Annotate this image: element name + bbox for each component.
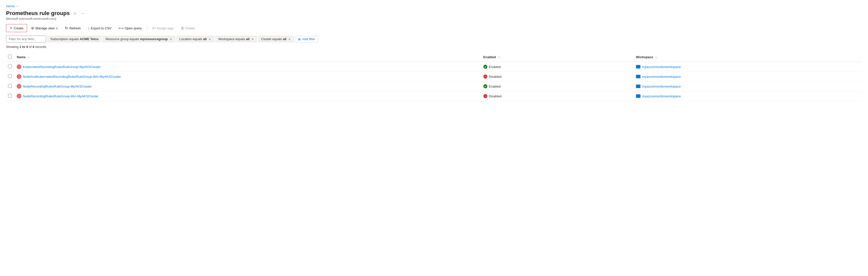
status-label-3: Enabled bbox=[489, 85, 501, 88]
workspace-filter-label: Workspace equals all bbox=[218, 37, 250, 41]
gear-icon: ⚙ bbox=[31, 26, 34, 30]
row-checkbox-4[interactable] bbox=[8, 94, 12, 98]
pin-icon: ☆ bbox=[73, 11, 77, 16]
breadcrumb: Home › bbox=[6, 4, 862, 8]
row-checkbox-cell[interactable] bbox=[6, 72, 14, 82]
select-all-checkbox-cell[interactable] bbox=[6, 52, 14, 62]
filter-bar: Subscription equals ACME Telco Resource … bbox=[6, 36, 862, 43]
status-indicator-1 bbox=[483, 65, 487, 69]
remove-workspace-filter-button[interactable]: × bbox=[251, 37, 254, 41]
resourcegroup-filter-label: Resource group equals myresourcegroup bbox=[105, 37, 168, 41]
refresh-icon: ↻ bbox=[65, 26, 68, 30]
rule-groups-table: Name ↑↓ Enabled ↑↓ Workspace ↑↓ Kubernet… bbox=[6, 52, 862, 101]
row-checkbox-cell[interactable] bbox=[6, 91, 14, 101]
workspace-link-2[interactable]: myazuremonitorworkspace bbox=[642, 75, 681, 79]
query-icon: ⟷ bbox=[119, 26, 124, 30]
create-button[interactable]: + Create bbox=[6, 24, 27, 32]
toolbar: + Create ⚙ Manage view ∨ ↻ Refresh ↓ Exp… bbox=[6, 24, 862, 32]
tag-icon: 🏷 bbox=[152, 26, 156, 30]
filter-chip-cluster: Cluster equals all × bbox=[258, 36, 294, 42]
remove-resourcegroup-filter-button[interactable]: × bbox=[169, 37, 173, 41]
location-filter-label: Location equals all bbox=[179, 37, 207, 41]
rule-icon bbox=[17, 74, 21, 79]
ellipsis-icon: ··· bbox=[81, 11, 85, 15]
svg-rect-5 bbox=[485, 96, 486, 96]
enabled-sort-icon: ↑↓ bbox=[498, 56, 501, 59]
table-row: NodeRecordingRulesRuleGroup-MyAKSCluster… bbox=[6, 82, 862, 91]
refresh-button[interactable]: ↻ Refresh bbox=[62, 24, 84, 32]
table-row: KubernetesRecordingRulesRuleGroup-MyAKSC… bbox=[6, 62, 862, 72]
column-header-enabled[interactable]: Enabled ↑↓ bbox=[480, 52, 633, 62]
filter-input[interactable] bbox=[6, 36, 46, 43]
workspace-link-1[interactable]: myazuremonitorworkspace bbox=[642, 65, 681, 69]
add-filter-icon: ⊕ bbox=[298, 37, 301, 41]
remove-location-filter-button[interactable]: × bbox=[208, 37, 211, 41]
create-label: Create bbox=[13, 26, 23, 30]
home-link[interactable]: Home bbox=[6, 4, 15, 8]
pin-icon-button[interactable]: ☆ bbox=[72, 10, 78, 16]
rule-icon bbox=[17, 84, 21, 89]
rule-group-name-link[interactable]: NodeRecordingRulesRuleGroup-MyAKSCluster bbox=[23, 85, 92, 88]
rule-icon bbox=[17, 64, 21, 69]
workspace-link-4[interactable]: myazuremonitorworkspace bbox=[642, 94, 681, 98]
workspace-icon-3 bbox=[636, 85, 641, 88]
workspace-sort-icon: ↑↓ bbox=[655, 56, 658, 59]
more-options-button[interactable]: ··· bbox=[80, 10, 86, 16]
row-checkbox-3[interactable] bbox=[8, 84, 12, 88]
svg-rect-2 bbox=[485, 77, 486, 77]
delete-label: Delete bbox=[185, 26, 195, 30]
assign-tags-label: Assign tags bbox=[157, 26, 174, 30]
page-subtitle: Microsoft (microsoft.onmicrosoft.com) bbox=[6, 17, 862, 21]
page-title: Prometheus rule groups bbox=[6, 10, 70, 17]
row-checkbox-1[interactable] bbox=[8, 64, 12, 68]
table-header-row: Name ↑↓ Enabled ↑↓ Workspace ↑↓ bbox=[6, 52, 862, 62]
workspace-icon-2 bbox=[636, 75, 641, 78]
workspace-icon-4 bbox=[636, 94, 641, 98]
table-row: NodeAndKubernetesRecordingRulesRuleGroup… bbox=[6, 72, 862, 82]
remove-cluster-filter-button[interactable]: × bbox=[288, 37, 291, 41]
toolbar-divider bbox=[147, 25, 147, 31]
filter-chip-subscription: Subscription equals ACME Telco bbox=[48, 36, 101, 42]
subscription-filter-label: Subscription equals ACME Telco bbox=[50, 37, 98, 41]
delete-icon: 🗑 bbox=[181, 26, 184, 30]
status-label-1: Enabled bbox=[489, 65, 501, 69]
status-label-2: Disabled bbox=[489, 75, 502, 79]
workspace-icon-1 bbox=[636, 65, 641, 68]
table-row: NodeRecordingRulesRuleGroup-Win-MyAKSClu… bbox=[6, 91, 862, 101]
name-sort-icon: ↑↓ bbox=[28, 56, 30, 59]
status-indicator-4 bbox=[483, 94, 487, 98]
filter-chip-workspace: Workspace equals all × bbox=[216, 36, 257, 42]
manage-view-button[interactable]: ⚙ Manage view ∨ bbox=[28, 25, 61, 32]
record-count: Showing 1 to 4 of 4 records. bbox=[6, 45, 862, 49]
export-csv-button[interactable]: ↓ Export to CSV bbox=[85, 25, 115, 32]
open-query-button[interactable]: ⟷ Open query bbox=[116, 25, 145, 32]
rule-group-name-link[interactable]: NodeAndKubernetesRecordingRulesRuleGroup… bbox=[23, 75, 121, 79]
add-filter-label: Add filter bbox=[302, 37, 315, 41]
workspace-link-3[interactable]: myazuremonitorworkspace bbox=[642, 85, 681, 88]
rule-group-name-link[interactable]: NodeRecordingRulesRuleGroup-Win-MyAKSClu… bbox=[23, 94, 98, 98]
chevron-down-icon: ∨ bbox=[56, 27, 58, 30]
refresh-label: Refresh bbox=[69, 26, 81, 30]
download-icon: ↓ bbox=[88, 26, 90, 30]
status-indicator-3 bbox=[483, 84, 487, 88]
add-filter-button[interactable]: ⊕ Add filter bbox=[295, 36, 318, 43]
row-checkbox-cell[interactable] bbox=[6, 82, 14, 91]
status-label-4: Disabled bbox=[489, 94, 502, 98]
manage-view-label: Manage view bbox=[35, 26, 55, 30]
open-query-label: Open query bbox=[125, 26, 142, 30]
row-checkbox-2[interactable] bbox=[8, 74, 12, 78]
plus-icon: + bbox=[10, 26, 12, 30]
select-all-checkbox[interactable] bbox=[8, 55, 12, 58]
delete-button[interactable]: 🗑 Delete bbox=[178, 25, 198, 32]
filter-chip-resourcegroup: Resource group equals myresourcegroup × bbox=[103, 36, 175, 42]
filter-chip-location: Location equals all × bbox=[177, 36, 214, 42]
assign-tags-button[interactable]: 🏷 Assign tags bbox=[149, 25, 177, 32]
rule-icon bbox=[17, 94, 21, 99]
status-indicator-2 bbox=[483, 75, 487, 79]
column-header-name[interactable]: Name ↑↓ bbox=[14, 52, 480, 62]
column-header-workspace[interactable]: Workspace ↑↓ bbox=[633, 52, 862, 62]
export-label: Export to CSV bbox=[91, 26, 112, 30]
cluster-filter-label: Cluster equals all bbox=[261, 37, 286, 41]
row-checkbox-cell[interactable] bbox=[6, 62, 14, 72]
rule-group-name-link[interactable]: KubernetesRecordingRulesRuleGroup-MyAKSC… bbox=[23, 65, 101, 69]
